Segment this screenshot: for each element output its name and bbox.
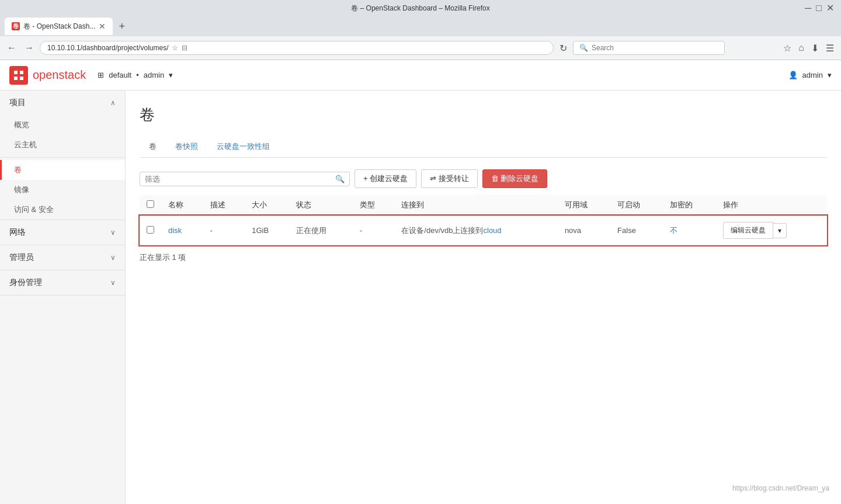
row-availability-zone: nova xyxy=(558,215,610,245)
watermark: https://blog.csdn.net/Dream_ya xyxy=(732,484,829,492)
admin-section-label: 管理员 xyxy=(9,252,34,263)
sidebar-section-admin: 管理员 ∨ xyxy=(0,245,125,270)
identity-section-label: 身份管理 xyxy=(9,277,42,288)
os-logo-icon xyxy=(9,66,28,85)
sidebar: 项目 ∧ 概览 云主机 卷 镜像 访问 & 安全 xyxy=(0,91,126,504)
network-section-label: 网络 xyxy=(9,227,26,238)
bookmark-button[interactable]: ☆ xyxy=(781,41,794,55)
project-icon: ⊞ xyxy=(98,71,104,79)
sidebar-section-header-admin[interactable]: 管理员 ∨ xyxy=(0,245,125,270)
user-menu[interactable]: 👤 admin ▾ xyxy=(788,71,832,79)
filter-text-input[interactable] xyxy=(145,175,333,183)
edit-volume-button[interactable]: 编辑云硬盘 xyxy=(723,222,773,239)
row-bootable: False xyxy=(610,215,663,245)
volume-name-link[interactable]: disk xyxy=(168,226,182,235)
browser-search-bar[interactable]: 🔍 xyxy=(573,41,725,55)
reload-button[interactable]: ↻ xyxy=(557,41,569,55)
attached-text: 在设备/dev/vdb上连接到 xyxy=(401,226,483,235)
sidebar-item-overview[interactable]: 概览 xyxy=(0,115,125,135)
search-input[interactable] xyxy=(592,44,708,52)
project-chevron-icon: ∧ xyxy=(110,99,116,107)
col-description: 描述 xyxy=(203,195,245,215)
project-section-label: 项目 xyxy=(9,98,26,108)
bookmark-star-icon[interactable]: ☆ xyxy=(172,44,178,52)
sidebar-item-volumes[interactable]: 卷 xyxy=(0,160,125,180)
project-selector[interactable]: ⊞ default • admin ▾ xyxy=(98,71,173,79)
sidebar-section-header-identity[interactable]: 身份管理 ∨ xyxy=(0,270,125,295)
user-dropdown-arrow: ▾ xyxy=(828,71,832,79)
address-bar[interactable]: 10.10.10.1/dashboard/project/volumes/ ☆ … xyxy=(40,41,554,55)
table-toolbar: 🔍 + 创建云硬盘 ⇌ 接受转让 🗑 删除云硬盘 xyxy=(140,169,827,188)
action-btn-group: 编辑云硬盘 ▾ xyxy=(723,222,821,239)
menu-button[interactable]: ☰ xyxy=(823,41,836,55)
sidebar-item-instances[interactable]: 云主机 xyxy=(0,135,125,155)
sidebar-item-label: 卷 xyxy=(14,165,22,175)
col-type: 类型 xyxy=(353,195,395,215)
table-row: disk - 1GiB 正在使用 - 在设备/dev/vdb上连接到cloud … xyxy=(140,215,827,245)
sidebar-item-access-security[interactable]: 访问 & 安全 xyxy=(0,200,125,220)
forward-button[interactable]: → xyxy=(22,41,36,54)
encrypted-link[interactable]: 不 xyxy=(670,226,677,235)
row-description: - xyxy=(203,215,245,245)
sidebar-section-network: 网络 ∨ xyxy=(0,220,125,245)
col-action: 操作 xyxy=(716,195,828,215)
separator: • xyxy=(136,71,139,79)
content-tabs: 卷 卷快照 云硬盘一致性组 xyxy=(140,137,827,158)
search-icon: 🔍 xyxy=(579,44,588,52)
svg-rect-0 xyxy=(14,71,18,74)
tab-volumes[interactable]: 卷 xyxy=(140,137,166,158)
row-checkbox[interactable] xyxy=(147,226,154,234)
filter-search-icon[interactable]: 🔍 xyxy=(335,175,345,183)
row-size: 1GiB xyxy=(245,215,289,245)
delete-volumes-button[interactable]: 🗑 删除云硬盘 xyxy=(482,169,548,188)
project-label: default xyxy=(109,71,131,79)
col-bootable: 可启动 xyxy=(610,195,663,215)
col-availability-zone: 可用域 xyxy=(558,195,610,215)
col-attached-to: 连接到 xyxy=(394,195,558,215)
col-name: 名称 xyxy=(161,195,203,215)
sidebar-item-label: 云主机 xyxy=(14,140,37,150)
col-size: 大小 xyxy=(245,195,289,215)
row-checkbox-cell xyxy=(140,215,161,245)
sidebar-section-header-project[interactable]: 项目 ∧ xyxy=(0,91,125,115)
back-button[interactable]: ← xyxy=(5,41,19,54)
user-icon: 👤 xyxy=(788,71,798,79)
tab-snapshots[interactable]: 卷快照 xyxy=(166,137,207,158)
attached-instance-link[interactable]: cloud xyxy=(484,226,502,235)
sidebar-item-label: 镜像 xyxy=(14,185,29,195)
close-tab-button[interactable]: ✕ xyxy=(99,22,106,31)
row-attached-to: 在设备/dev/vdb上连接到cloud xyxy=(394,215,558,245)
close-button[interactable]: ✕ xyxy=(826,4,834,13)
create-volume-button[interactable]: + 创建云硬盘 xyxy=(355,169,416,188)
action-dropdown-button[interactable]: ▾ xyxy=(773,223,787,238)
total-count: 正在显示 1 项 xyxy=(140,252,827,263)
os-logo-text: openstack xyxy=(33,68,86,82)
tab-consistency-groups[interactable]: 云硬盘一致性组 xyxy=(207,137,279,158)
dropdown-arrow-icon: ▾ xyxy=(169,71,173,79)
minimize-button[interactable]: ─ xyxy=(805,4,811,13)
new-tab-button[interactable]: + xyxy=(115,19,128,34)
svg-rect-3 xyxy=(20,77,23,80)
filter-input[interactable]: 🔍 xyxy=(140,172,350,186)
reader-view-icon[interactable]: ⊟ xyxy=(182,44,187,52)
sidebar-item-images[interactable]: 镜像 xyxy=(0,180,125,200)
accept-transfer-button[interactable]: ⇌ 接受转让 xyxy=(421,169,478,188)
page-title: 卷 xyxy=(140,105,827,125)
identity-chevron-icon: ∨ xyxy=(110,279,116,287)
address-text: 10.10.10.1/dashboard/project/volumes/ xyxy=(47,44,168,52)
browser-tab[interactable]: 卷 卷 - OpenStack Dash... ✕ xyxy=(5,18,113,35)
sidebar-item-label: 概览 xyxy=(14,120,29,130)
home-button[interactable]: ⌂ xyxy=(796,41,807,54)
row-action: 编辑云硬盘 ▾ xyxy=(716,215,828,245)
maximize-button[interactable]: □ xyxy=(816,4,822,13)
sidebar-item-label: 访问 & 安全 xyxy=(14,204,54,215)
row-status: 正在使用 xyxy=(289,215,353,245)
row-encrypted: 不 xyxy=(663,215,715,245)
svg-rect-1 xyxy=(20,71,23,74)
col-encrypted: 加密的 xyxy=(663,195,715,215)
sidebar-section-header-network[interactable]: 网络 ∨ xyxy=(0,220,125,245)
window-title: 卷 – OpenStack Dashboard – Mozilla Firefo… xyxy=(351,4,489,13)
select-all-checkbox[interactable] xyxy=(147,200,154,208)
download-button[interactable]: ⬇ xyxy=(809,41,821,55)
admin-chevron-icon: ∨ xyxy=(110,253,116,262)
